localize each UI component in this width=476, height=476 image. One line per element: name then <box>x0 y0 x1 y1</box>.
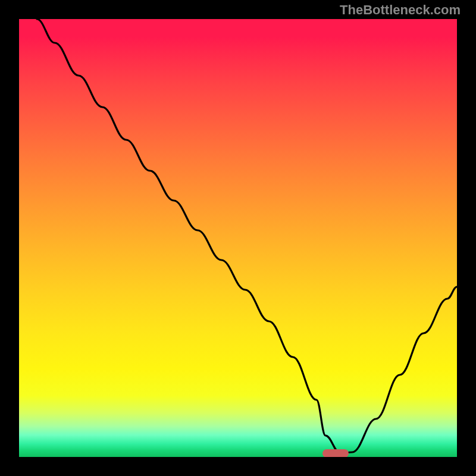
watermark-text: TheBottleneck.com <box>340 2 461 18</box>
highlight-marker <box>322 449 349 457</box>
chart-frame: TheBottleneck.com <box>0 0 476 476</box>
plot-area <box>19 19 457 457</box>
curve-line <box>19 19 457 457</box>
